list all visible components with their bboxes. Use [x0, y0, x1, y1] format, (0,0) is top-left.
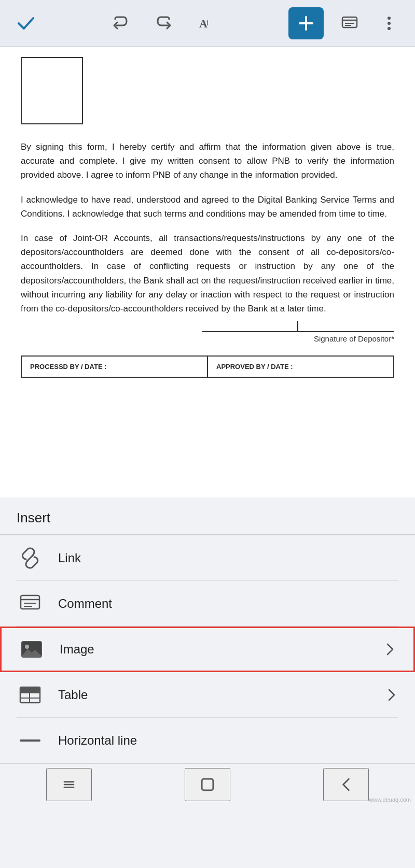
- menu-item-horizontal-line[interactable]: Horizontal line: [17, 718, 398, 763]
- text-cursor: [297, 321, 298, 331]
- insert-section: Insert Link Comment: [0, 497, 415, 763]
- menu-item-comment[interactable]: Comment: [17, 581, 398, 627]
- image-label: Image: [60, 642, 382, 657]
- image-chevron-icon: [382, 642, 397, 657]
- svg-rect-28: [202, 779, 213, 790]
- svg-point-9: [388, 22, 391, 25]
- svg-point-8: [388, 17, 391, 20]
- table-label: Table: [58, 688, 384, 702]
- image-icon: [18, 636, 45, 663]
- paragraph-2: I acknowledge to have read, understood a…: [21, 193, 394, 221]
- watermark: www.deuaq.com: [369, 796, 411, 803]
- toolbar-left: [12, 10, 39, 37]
- comment-menu-icon: [17, 590, 44, 617]
- toolbar-center: A i: [107, 10, 221, 37]
- undo-button[interactable]: [107, 10, 134, 37]
- check-button[interactable]: [12, 10, 39, 37]
- svg-rect-12: [21, 595, 39, 609]
- signature-label: Signature of Depositor*: [314, 334, 394, 343]
- process-table: PROCESSD BY / DATE : APPROVED BY / DATE …: [21, 355, 394, 378]
- processed-by-cell: PROCESSD BY / DATE :: [21, 356, 208, 377]
- menu-item-link[interactable]: Link: [17, 535, 398, 581]
- text-format-button[interactable]: A i: [194, 10, 221, 37]
- horizontal-line-label: Horizontal line: [58, 733, 398, 748]
- insert-title: Insert: [17, 510, 398, 534]
- svg-rect-21: [20, 687, 40, 693]
- document-area: By signing this form, I hereby certify a…: [0, 47, 415, 497]
- paragraph-1: By signing this form, I hereby certify a…: [21, 140, 394, 182]
- link-label: Link: [58, 551, 398, 565]
- signature-input-box[interactable]: [21, 57, 83, 124]
- signature-line: [21, 331, 394, 332]
- table-icon: [17, 681, 44, 708]
- svg-point-10: [388, 27, 391, 30]
- comment-button[interactable]: [336, 10, 363, 37]
- comment-label: Comment: [58, 596, 398, 611]
- svg-point-18: [25, 645, 29, 649]
- signature-line-area: Signature of Depositor*: [21, 331, 394, 343]
- toolbar-right: [288, 7, 403, 39]
- redo-button[interactable]: [150, 10, 177, 37]
- nav-back-button[interactable]: [323, 768, 369, 801]
- svg-line-11: [27, 555, 33, 561]
- horizontal-line-icon: [17, 727, 44, 754]
- nav-home-button[interactable]: [185, 768, 230, 801]
- menu-item-image[interactable]: Image: [0, 627, 415, 672]
- paragraph-3: In case of Joint-OR Accounts, all transa…: [21, 231, 394, 316]
- add-button[interactable]: [288, 7, 324, 39]
- toolbar: A i: [0, 0, 415, 47]
- approved-by-cell: APPROVED BY / DATE :: [208, 356, 394, 377]
- table-chevron-icon: [384, 688, 398, 702]
- signature-underline: [202, 331, 394, 332]
- link-icon: [17, 545, 44, 572]
- menu-item-table[interactable]: Table: [17, 672, 398, 718]
- bottom-nav: www.deuaq.com: [0, 763, 415, 805]
- more-button[interactable]: [376, 10, 403, 37]
- nav-bars-button[interactable]: [46, 768, 92, 801]
- svg-text:i: i: [206, 18, 209, 27]
